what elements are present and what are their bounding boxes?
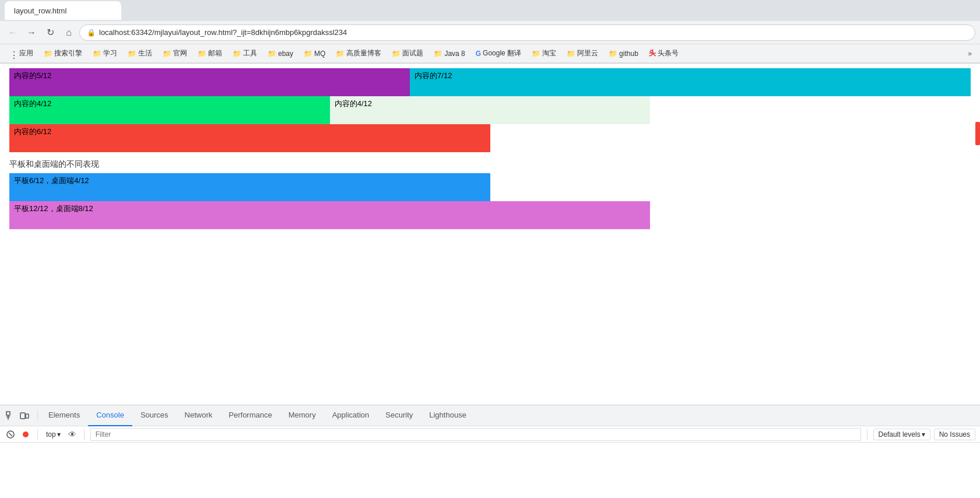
bookmark-github-label: github (619, 50, 638, 58)
filter-input[interactable] (90, 428, 861, 441)
bookmark-ebay-label: ebay (278, 50, 293, 58)
bookmarks-more-button[interactable]: » (964, 48, 975, 59)
device-toggle-button[interactable] (19, 410, 30, 422)
folder-icon: 📁 (532, 50, 540, 58)
tab-performance-label: Performance (229, 411, 272, 419)
bookmark-aliyun-label: 阿里云 (577, 48, 598, 58)
tab-application[interactable]: Application (324, 405, 378, 426)
folder-icon: 📁 (392, 50, 401, 58)
cell-label: 内容的7/12 (415, 71, 452, 81)
stop-recording-button[interactable] (20, 429, 31, 440)
bookmark-ebay[interactable]: 📁 ebay (263, 48, 298, 59)
bookmark-interview[interactable]: 📁 面试题 (387, 47, 428, 59)
bookmark-apps-label: 应用 (19, 48, 33, 58)
folder-icon: 📁 (233, 50, 241, 58)
levels-dropdown-icon: ▾ (922, 430, 925, 439)
bookmark-java8-label: Java 8 (444, 50, 465, 58)
grid-row-1: 内容的5/12 内容的7/12 (9, 68, 971, 96)
bookmark-google-translate[interactable]: G Google 翻译 (471, 47, 526, 59)
bookmark-mail[interactable]: 📁 邮箱 (193, 47, 227, 59)
tab-sources[interactable]: Sources (132, 405, 177, 426)
cell-label: 内容的4/12 (14, 99, 51, 109)
folder-icon: 📁 (268, 50, 276, 58)
page-content: 内容的5/12 内容的7/12 内容的4/12 内容的4/12 内容的6/12 … (0, 64, 980, 405)
bookmark-blog[interactable]: 📁 高质量博客 (331, 47, 386, 59)
folder-icon: 📁 (44, 50, 52, 58)
bookmark-official[interactable]: 📁 官网 (158, 47, 192, 59)
grid-row-4: 平板6/12，桌面端4/12 (9, 173, 971, 201)
eye-button[interactable]: 👁 (66, 429, 78, 440)
toolbar-separator (37, 429, 38, 440)
bookmark-life[interactable]: 📁 生活 (123, 47, 157, 59)
tab-security[interactable]: Security (377, 405, 421, 426)
bookmark-apps[interactable]: ⋮ 应用 (5, 47, 38, 59)
cell-5-12-purple: 内容的5/12 (9, 68, 410, 96)
back-button[interactable]: ← (5, 24, 21, 41)
bookmark-tools[interactable]: 📁 工具 (228, 47, 262, 59)
bookmark-github[interactable]: 📁 github (604, 48, 643, 59)
bookmark-java8[interactable]: 📁 Java 8 (429, 48, 469, 59)
inspect-element-button[interactable] (5, 410, 16, 422)
cell-6-12-blue: 平板6/12，桌面端4/12 (9, 173, 490, 201)
clear-console-button[interactable] (5, 429, 16, 440)
devtools-toolbar: top ▾ 👁 Default levels ▾ No Issues (0, 426, 980, 443)
devtools-panel: Elements Console Sources Network Perform… (0, 405, 980, 498)
cell-8-12-orchid: 平板12/12，桌面端8/12 (9, 201, 650, 229)
folder-icon: 📁 (163, 50, 171, 58)
bookmark-aliyun[interactable]: 📁 阿里云 (562, 47, 603, 59)
lock-icon: 🔒 (87, 29, 96, 37)
folder-icon: 📁 (128, 50, 136, 58)
tab-title: layout_row.html (14, 6, 66, 15)
folder-icon: 📁 (336, 50, 345, 58)
levels-button[interactable]: Default levels ▾ (873, 429, 930, 440)
bookmark-study[interactable]: 📁 学习 (88, 47, 122, 59)
cell-4-12-lightgreen: 内容的4/12 (330, 96, 651, 124)
bookmark-toutiao[interactable]: 头 头条号 (644, 47, 683, 59)
content-wrapper: 内容的5/12 内容的7/12 内容的4/12 内容的4/12 内容的6/12 … (0, 64, 980, 234)
bookmark-search-label: 搜索引擎 (54, 48, 82, 58)
svg-point-7 (23, 432, 29, 437)
context-dropdown-icon: ▾ (57, 430, 61, 439)
bookmark-tools-label: 工具 (243, 48, 257, 58)
reload-button[interactable]: ↻ (42, 24, 58, 41)
tab-bar: layout_row.html (0, 0, 980, 21)
cell-label: 内容的6/12 (14, 127, 51, 137)
grid-row-2: 内容的4/12 内容的4/12 (9, 96, 971, 124)
bookmark-mq[interactable]: 📁 MQ (299, 48, 330, 59)
browser-tab[interactable]: layout_row.html (5, 1, 121, 20)
toolbar-separator2 (84, 429, 85, 440)
context-selector[interactable]: top ▾ (44, 429, 63, 440)
toolbar-separator3 (867, 429, 867, 440)
toutiao-icon: 头 (649, 48, 656, 58)
tab-network-label: Network (185, 411, 213, 419)
no-issues-label: No Issues (939, 430, 970, 439)
cell-label: 平板6/12，桌面端4/12 (14, 176, 89, 186)
bookmark-taobao[interactable]: 📁 淘宝 (527, 47, 561, 59)
folder-icon: 📁 (304, 50, 312, 58)
tab-security-label: Security (385, 411, 413, 419)
svg-rect-4 (26, 414, 29, 418)
tab-console[interactable]: Console (88, 405, 132, 426)
scroll-indicator (975, 122, 980, 145)
tab-lighthouse[interactable]: Lighthouse (421, 405, 475, 426)
grid-row-5: 平板12/12，桌面端8/12 (9, 201, 971, 229)
devtools-content-area (0, 443, 980, 498)
tab-console-label: Console (96, 411, 124, 419)
devtools-icon-buttons (5, 410, 30, 422)
bookmark-search[interactable]: 📁 搜索引擎 (39, 47, 87, 59)
home-button[interactable]: ⌂ (61, 24, 77, 41)
folder-icon: 📁 (434, 50, 442, 58)
tabs-separator (37, 410, 38, 422)
folder-icon: 📁 (609, 50, 617, 58)
address-bar[interactable]: 🔒 localhost:63342/mjlayui/layout_row.htm… (79, 24, 975, 41)
tab-elements[interactable]: Elements (40, 405, 88, 426)
tab-network[interactable]: Network (177, 405, 221, 426)
tab-memory[interactable]: Memory (280, 405, 324, 426)
tab-performance[interactable]: Performance (220, 405, 280, 426)
browser-chrome: layout_row.html ← → ↻ ⌂ 🔒 localhost:6334… (0, 0, 980, 64)
bookmark-mail-label: 邮箱 (208, 48, 222, 58)
cell-label: 平板12/12，桌面端8/12 (14, 204, 93, 214)
tab-sources-label: Sources (140, 411, 168, 419)
forward-button[interactable]: → (23, 24, 40, 41)
apps-icon: ⋮ (9, 50, 17, 58)
